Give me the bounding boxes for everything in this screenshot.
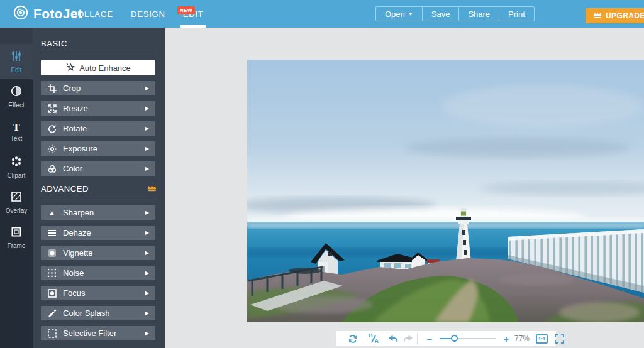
rail-item-clipart[interactable]: Clipart	[0, 150, 33, 185]
noise-button[interactable]: Noise ▶	[41, 266, 155, 280]
dehaze-button[interactable]: Dehaze ▶	[41, 226, 155, 240]
fotojet-app: FotoJet COLLAGE DESIGN EDIT NEW Open ▼ S…	[0, 0, 644, 348]
frame-icon	[11, 226, 22, 240]
divider	[41, 53, 157, 53]
rail-top-strip	[0, 28, 33, 44]
rotate-icon	[47, 124, 57, 133]
submenu-arrow-icon: ▶	[145, 270, 149, 276]
auto-enhance-button[interactable]: Auto Enhance	[41, 60, 155, 75]
submenu-arrow-icon: ▶	[145, 85, 149, 91]
upgrade-now-button[interactable]: UPGRADE NOW	[586, 8, 644, 23]
crown-icon	[593, 11, 602, 20]
effect-circle-icon	[11, 85, 22, 99]
focus-button[interactable]: Focus ▶	[41, 286, 155, 300]
nav-design[interactable]: DESIGN	[131, 0, 165, 28]
basic-section-header: BASIC	[41, 39, 157, 48]
rail-item-effect[interactable]: Effect	[0, 79, 33, 114]
save-button[interactable]: Save	[423, 7, 460, 21]
submenu-arrow-icon: ▶	[145, 210, 149, 215]
selective-filter-button[interactable]: Selective Filter ▶	[41, 326, 155, 340]
crop-icon	[47, 84, 57, 93]
file-actions: Open ▼ Save Share Print	[375, 6, 535, 21]
before-after-compare-icon[interactable]: B A	[368, 334, 379, 344]
divider	[41, 198, 157, 198]
edit-tool-panel: BASIC Auto Enhance Crop ▶ Resize ▶	[33, 28, 165, 348]
fotojet-spiral-icon	[13, 4, 29, 23]
actual-size-button[interactable]: 1:1	[536, 334, 548, 344]
color-button[interactable]: Color ▶	[41, 161, 155, 176]
edit-sliders-icon	[11, 50, 22, 64]
zoom-slider[interactable]	[440, 335, 496, 342]
text-icon: T	[13, 122, 19, 133]
top-bar: FotoJet COLLAGE DESIGN EDIT NEW Open ▼ S…	[0, 0, 644, 28]
vignette-button[interactable]: Vignette ▶	[41, 246, 155, 260]
magic-star-icon	[65, 62, 75, 73]
premium-crown-icon	[147, 184, 157, 193]
resize-icon	[47, 104, 57, 113]
zoom-level-label: 77%	[514, 334, 530, 343]
rail-item-text[interactable]: T Text	[0, 114, 33, 150]
rail-item-frame[interactable]: Frame	[0, 220, 33, 255]
reset-icon[interactable]	[348, 334, 358, 344]
zoom-out-button[interactable]: −	[425, 334, 434, 344]
print-button[interactable]: Print	[499, 7, 534, 21]
noise-dots-icon	[47, 268, 57, 278]
submenu-arrow-icon: ▶	[145, 230, 149, 236]
fullscreen-icon[interactable]	[554, 334, 564, 344]
submenu-arrow-icon: ▶	[145, 290, 149, 296]
chevron-down-icon: ▼	[408, 11, 413, 17]
resize-button[interactable]: Resize ▶	[41, 101, 155, 116]
toolbar-divider	[417, 333, 418, 344]
vignette-icon	[47, 248, 57, 258]
dehaze-icon	[47, 228, 57, 237]
advanced-section-header: ADVANCED	[41, 184, 157, 193]
overlay-hatch-icon	[11, 191, 22, 205]
category-rail: Edit Effect T Text Clipart Overlay	[0, 28, 33, 348]
new-badge: NEW	[177, 6, 195, 14]
editor-canvas: B A − + 77% 1:1	[165, 28, 644, 348]
submenu-arrow-icon: ▶	[145, 330, 149, 336]
submenu-arrow-icon: ▶	[145, 250, 149, 256]
brush-icon	[47, 308, 57, 318]
undo-icon[interactable]	[388, 334, 398, 344]
share-button[interactable]: Share	[459, 7, 499, 21]
rotate-button[interactable]: Rotate ▶	[41, 121, 155, 136]
zoom-in-button[interactable]: +	[502, 334, 511, 344]
exposure-sun-icon	[47, 144, 57, 153]
submenu-arrow-icon: ▶	[145, 146, 149, 151]
selective-filter-icon	[47, 329, 57, 338]
zoom-slider-handle[interactable]	[451, 335, 458, 342]
canvas-toolbar: B A − + 77% 1:1	[336, 331, 556, 346]
submenu-arrow-icon: ▶	[145, 310, 149, 316]
submenu-arrow-icon: ▶	[145, 106, 149, 111]
rail-item-overlay[interactable]: Overlay	[0, 185, 33, 220]
sharpen-icon: ▲	[47, 208, 57, 217]
nav-collage[interactable]: COLLAGE	[71, 0, 113, 28]
submenu-arrow-icon: ▶	[145, 126, 149, 131]
color-wheel-icon	[47, 164, 57, 173]
rail-item-edit[interactable]: Edit	[0, 44, 33, 79]
focus-icon	[47, 288, 57, 298]
clipart-flower-icon	[11, 156, 22, 170]
redo-icon[interactable]	[403, 334, 413, 344]
submenu-arrow-icon: ▶	[145, 166, 149, 171]
photo-image[interactable]	[247, 60, 644, 322]
open-button[interactable]: Open ▼	[376, 7, 423, 21]
sharpen-button[interactable]: ▲ Sharpen ▶	[41, 205, 155, 220]
exposure-button[interactable]: Exposure ▶	[41, 141, 155, 156]
color-splash-button[interactable]: Color Splash ▶	[41, 306, 155, 320]
crop-button[interactable]: Crop ▶	[41, 81, 155, 95]
